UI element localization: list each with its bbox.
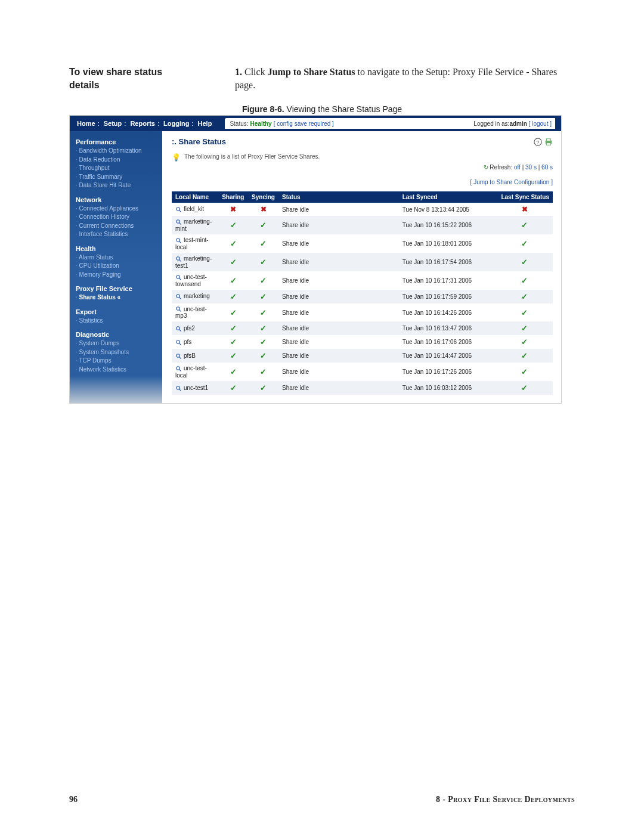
sidebar-item[interactable]: TCP Dumps — [76, 357, 156, 366]
sidebar-item[interactable]: Connection History — [76, 213, 156, 222]
sidebar-item[interactable]: Data Reduction — [76, 156, 156, 165]
jump-to-share-config-link[interactable]: [ Jump to Share Configuration ] — [470, 179, 553, 185]
svg-rect-4 — [547, 143, 551, 145]
cell-local-name[interactable]: pfsB — [172, 349, 218, 363]
table-row: pfs2✓✓Share idleTue Jan 10 16:13:47 2006… — [172, 321, 553, 335]
col-last-sync-status[interactable]: Last Sync Status — [496, 191, 553, 203]
sidebar-item[interactable]: Network Statistics — [76, 366, 156, 374]
cell-last-sync-status: ✖ — [496, 203, 553, 216]
check-icon: ✓ — [230, 292, 237, 301]
cell-status: Share idle — [278, 304, 399, 322]
col-local-name[interactable]: Local Name — [172, 191, 218, 203]
sidebar-item[interactable]: System Snapshots — [76, 348, 156, 357]
cell-syncing: ✓ — [248, 234, 278, 253]
magnifier-icon[interactable] — [175, 339, 182, 346]
svg-line-20 — [179, 330, 181, 332]
svg-point-13 — [177, 275, 180, 278]
check-icon: ✓ — [230, 221, 237, 230]
cell-last-sync-status: ✓ — [496, 271, 553, 290]
cell-local-name[interactable]: pfs — [172, 335, 218, 349]
nav-help[interactable]: Help — [197, 120, 213, 127]
magnifier-icon[interactable] — [175, 306, 182, 313]
sidebar-item[interactable]: Memory Paging — [76, 271, 156, 280]
refresh-controls: ↻ Refresh: off | 30 s | 60 s — [172, 164, 553, 171]
sidebar-item[interactable]: Connected Appliances — [76, 205, 156, 213]
sidebar-item[interactable]: Data Store Hit Rate — [76, 181, 156, 190]
print-icon[interactable] — [544, 138, 553, 146]
sidebar-item[interactable]: Share Status « — [76, 293, 156, 302]
cell-local-name[interactable]: unc-test1 — [172, 381, 218, 395]
col-sharing[interactable]: Sharing — [218, 191, 248, 203]
cross-icon: ✖ — [261, 205, 267, 213]
check-icon: ✓ — [230, 383, 237, 392]
cell-status: Share idle — [278, 234, 399, 253]
cell-local-name[interactable]: pfs2 — [172, 321, 218, 335]
figure-label-rest: Viewing the Share Status Page — [284, 104, 402, 114]
magnifier-icon[interactable] — [175, 365, 182, 372]
figure-caption: Figure 8-6. Viewing the Share Status Pag… — [69, 104, 575, 114]
check-icon: ✓ — [230, 258, 237, 267]
check-icon: ✓ — [230, 324, 237, 333]
magnifier-icon[interactable] — [175, 218, 182, 225]
sidebar-item[interactable]: Throughput — [76, 164, 156, 173]
cell-local-name[interactable]: marketing-mint — [172, 216, 218, 234]
col-last-synced[interactable]: Last Synced — [399, 191, 497, 203]
cell-last-synced: Tue Jan 10 16:14:47 2006 — [399, 349, 497, 363]
magnifier-icon[interactable] — [175, 385, 182, 392]
cell-local-name[interactable]: marketing-test1 — [172, 253, 218, 271]
col-syncing[interactable]: Syncing — [248, 191, 278, 203]
cell-local-name[interactable]: unc-test-townsend — [172, 271, 218, 290]
cell-local-name[interactable]: unc-test-local — [172, 363, 218, 381]
refresh-icon: ↻ — [484, 164, 488, 171]
cell-sharing: ✓ — [218, 234, 248, 253]
magnifier-icon[interactable] — [175, 206, 182, 213]
cell-local-name[interactable]: field_kit — [172, 203, 218, 216]
sidebar-item[interactable]: Traffic Summary — [76, 173, 156, 182]
svg-line-22 — [179, 343, 181, 345]
check-icon: ✓ — [260, 258, 267, 267]
figure-label-bold: Figure 8-6. — [242, 104, 284, 114]
help-icon[interactable]: ? — [534, 138, 542, 146]
check-icon: ✓ — [230, 337, 237, 346]
refresh-60s[interactable]: 60 s — [541, 164, 553, 171]
magnifier-icon[interactable] — [175, 274, 182, 281]
cell-syncing: ✓ — [248, 363, 278, 381]
svg-point-9 — [177, 239, 180, 242]
sidebar-item[interactable]: System Dumps — [76, 339, 156, 348]
magnifier-icon[interactable] — [175, 352, 182, 360]
sidebar-item[interactable]: Bandwidth Optimization — [76, 147, 156, 156]
sidebar-item[interactable]: Alarm Status — [76, 253, 156, 262]
cell-last-synced: Tue Jan 10 16:17:31 2006 — [399, 271, 497, 290]
magnifier-icon[interactable] — [175, 293, 182, 300]
nav-home[interactable]: Home — [76, 120, 97, 127]
cell-status: Share idle — [278, 381, 399, 395]
check-icon: ✓ — [230, 276, 237, 285]
cell-last-sync-status: ✓ — [496, 234, 553, 253]
sidebar-item[interactable]: CPU Utilization — [76, 262, 156, 271]
refresh-off[interactable]: off — [514, 164, 521, 171]
magnifier-icon[interactable] — [175, 325, 182, 332]
refresh-30s[interactable]: 30 s — [525, 164, 537, 171]
col-status[interactable]: Status — [278, 191, 399, 203]
magnifier-icon[interactable] — [175, 237, 182, 244]
cell-last-sync-status: ✓ — [496, 304, 553, 322]
body-area: PerformanceBandwidth OptimizationData Re… — [70, 131, 561, 403]
sidebar-item[interactable]: Current Connections — [76, 222, 156, 231]
check-icon: ✓ — [260, 221, 267, 230]
cell-local-name[interactable]: marketing — [172, 290, 218, 304]
nav-reports[interactable]: Reports — [129, 120, 156, 127]
magnifier-icon[interactable] — [175, 255, 182, 262]
sidebar-item[interactable]: Statistics — [76, 317, 156, 326]
cell-local-name[interactable]: unc-test-mp3 — [172, 304, 218, 322]
config-save-link[interactable]: [ config save required ] — [274, 120, 334, 127]
svg-point-19 — [177, 327, 180, 330]
nav-setup[interactable]: Setup — [103, 120, 123, 127]
cell-last-synced: Tue Jan 10 16:13:47 2006 — [399, 321, 497, 335]
check-icon: ✓ — [260, 351, 267, 360]
chapter-title: 8 - Proxy File Service Deployments — [436, 795, 575, 804]
cell-local-name[interactable]: test-mint-local — [172, 234, 218, 253]
logout-link[interactable]: [ logout ] — [529, 120, 552, 127]
sidebar-item[interactable]: Interface Statistics — [76, 230, 156, 239]
instruction-row: To view share status details 1. Click Ju… — [69, 66, 575, 91]
nav-logging[interactable]: Logging — [162, 120, 190, 127]
